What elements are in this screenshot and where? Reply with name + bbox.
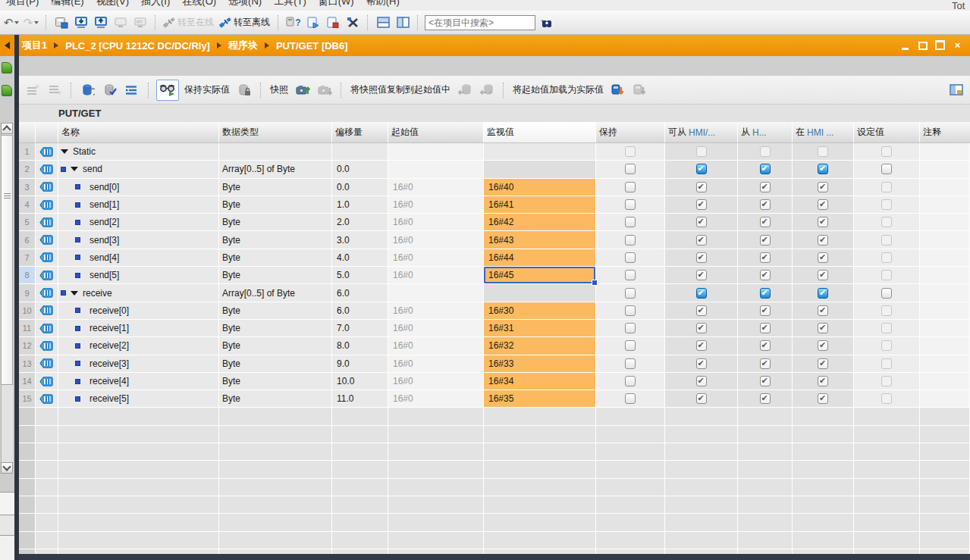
breadcrumb-plc[interactable]: PLC_2 [CPU 1212C DC/DC/Rly] <box>65 40 210 52</box>
empty-cell[interactable] <box>738 496 793 514</box>
checkbox-writable-from-hmi[interactable] <box>760 376 771 386</box>
empty-cell[interactable] <box>596 496 665 514</box>
diagnostics-button[interactable]: ? <box>285 14 302 32</box>
row-number-cell[interactable]: 7 <box>19 249 36 267</box>
empty-cell[interactable] <box>484 496 596 514</box>
cell-data-type[interactable] <box>219 143 332 161</box>
cell-data-type[interactable]: Byte <box>219 249 332 267</box>
rail-segment[interactable] <box>0 535 14 560</box>
empty-cell[interactable] <box>793 461 854 478</box>
row-number-cell[interactable]: 2 <box>19 161 36 178</box>
split-editor-vertical-button[interactable] <box>394 14 411 32</box>
checkbox-accessible-from-hmi[interactable] <box>696 199 707 210</box>
add-row-button[interactable]: ✳ <box>46 80 64 100</box>
checkbox-accessible-from-hmi[interactable] <box>696 217 707 227</box>
empty-cell[interactable] <box>36 514 58 531</box>
cell-name[interactable]: send[3] <box>58 231 219 249</box>
save-to-device-icon[interactable] <box>53 14 70 32</box>
cell-monitor-value[interactable]: 16#34 <box>484 373 596 390</box>
checkbox-setpoint[interactable] <box>881 235 892 246</box>
checkbox-setpoint[interactable] <box>881 182 892 192</box>
menu-item[interactable]: 编辑(E) <box>51 0 83 11</box>
checkbox-visible-in-hmi[interactable] <box>818 393 828 404</box>
header-setpoint[interactable]: 设定值 <box>854 122 920 142</box>
go-offline-button[interactable]: 转至离线 <box>218 14 272 32</box>
cell-comment[interactable] <box>920 161 970 178</box>
upload-from-device-icon[interactable] <box>93 14 109 32</box>
checkbox-accessible-from-hmi[interactable] <box>696 323 707 333</box>
cell-start-value[interactable]: 16#0 <box>388 214 484 231</box>
start-cpu-button[interactable] <box>305 14 322 32</box>
cell-start-value[interactable]: 16#0 <box>388 390 484 408</box>
checkbox-visible-in-hmi[interactable] <box>818 340 828 351</box>
cell-monitor-value[interactable]: 16#40 <box>484 179 596 196</box>
cell-data-type[interactable]: Array[0..5] of Byte <box>219 161 332 178</box>
empty-cell[interactable] <box>19 461 36 478</box>
cell-name[interactable]: receive[0] <box>58 302 219 320</box>
collapse-panel-button[interactable] <box>0 35 14 56</box>
checkbox-retain[interactable] <box>625 235 636 246</box>
cell-name[interactable]: receive <box>58 284 219 302</box>
checkbox-retain[interactable] <box>625 288 636 299</box>
checkbox-retain[interactable] <box>625 340 636 351</box>
checkbox-visible-in-hmi[interactable] <box>818 146 828 157</box>
cell-start-value[interactable]: 16#0 <box>388 373 484 390</box>
cell-name[interactable]: send[0] <box>58 179 219 196</box>
header-offset[interactable]: 偏移量 <box>332 122 388 142</box>
empty-cell[interactable] <box>19 514 36 531</box>
cell-start-value[interactable]: 16#0 <box>388 320 484 337</box>
empty-cell[interactable] <box>665 443 738 461</box>
cell-data-type[interactable]: Byte <box>219 196 332 214</box>
snapshot-capture-icon[interactable] <box>294 80 312 100</box>
row-number-cell[interactable]: 8 <box>19 267 36 284</box>
empty-cell[interactable] <box>388 496 484 514</box>
rail-scrollbar-thumb[interactable] <box>1 135 13 385</box>
checkbox-visible-in-hmi[interactable] <box>818 199 828 210</box>
cell-comment[interactable] <box>920 320 970 337</box>
cell-start-value[interactable]: 16#0 <box>388 231 484 249</box>
cross-references-button[interactable] <box>344 14 361 32</box>
empty-cell[interactable] <box>484 461 596 478</box>
cell-data-type[interactable]: Byte <box>219 320 332 337</box>
row-number-cell[interactable]: 10 <box>19 302 36 320</box>
empty-cell[interactable] <box>920 479 970 496</box>
empty-cell[interactable] <box>219 532 332 549</box>
empty-cell[interactable] <box>793 514 854 531</box>
cell-comment[interactable] <box>920 373 970 390</box>
breadcrumb-program-blocks[interactable]: 程序块 <box>228 39 258 52</box>
redo-button[interactable]: ↷ <box>23 14 39 32</box>
cell-data-type[interactable]: Array[0..5] of Byte <box>219 284 332 302</box>
empty-cell[interactable] <box>596 408 665 425</box>
row-number-cell[interactable]: 9 <box>19 284 36 302</box>
empty-cell[interactable] <box>219 461 332 478</box>
header-accessible-from-hmi[interactable]: 可从HMI/... <box>665 122 738 142</box>
header-comment[interactable]: 注释 <box>920 122 970 142</box>
checkbox-setpoint[interactable] <box>881 305 892 316</box>
empty-cell[interactable] <box>920 443 970 461</box>
cell-comment[interactable] <box>920 337 970 355</box>
checkbox-setpoint[interactable] <box>881 164 892 174</box>
empty-cell[interactable] <box>484 443 596 461</box>
empty-cell[interactable] <box>484 532 596 549</box>
empty-cell[interactable] <box>388 479 484 496</box>
checkbox-retain[interactable] <box>625 199 636 210</box>
copy-snapshot-all-icon[interactable] <box>456 80 474 100</box>
checkbox-writable-from-hmi[interactable] <box>760 288 771 299</box>
runtime-icon[interactable]: RT <box>132 14 149 32</box>
checkbox-visible-in-hmi[interactable] <box>818 217 828 227</box>
checkbox-accessible-from-hmi[interactable] <box>696 270 707 280</box>
header-retain[interactable]: 保持 <box>596 122 665 142</box>
cell-monitor-value[interactable]: 16#44 <box>484 249 596 267</box>
cell-monitor-value[interactable] <box>484 284 596 302</box>
empty-cell[interactable] <box>596 479 665 496</box>
checkbox-writable-from-hmi[interactable] <box>760 217 771 227</box>
menu-item[interactable]: 项目(P) <box>6 0 39 11</box>
empty-cell[interactable] <box>219 479 332 496</box>
checkbox-setpoint[interactable] <box>881 323 892 333</box>
checkbox-retain[interactable] <box>625 252 636 263</box>
row-number-cell[interactable]: 5 <box>19 214 36 231</box>
empty-cell[interactable] <box>332 443 388 461</box>
empty-cell[interactable] <box>920 408 970 425</box>
empty-cell[interactable] <box>793 426 854 443</box>
checkbox-setpoint[interactable] <box>881 376 892 386</box>
